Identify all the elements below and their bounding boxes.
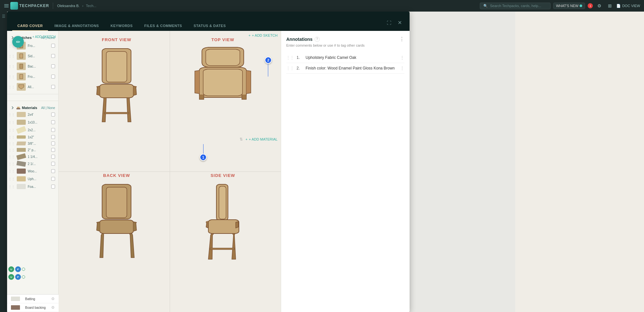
pin-number-1: 1 — [200, 154, 207, 161]
mat-checkbox-5[interactable] — [51, 148, 55, 152]
annotation-drag-handle-1[interactable]: ⋮⋮ — [286, 66, 294, 70]
sketch-checkbox-1[interactable] — [51, 54, 55, 58]
card-body: Sketches All | None ⋮⋮ Fro... ⋮⋮ Sid... — [7, 31, 410, 312]
materials-chevron-icon[interactable] — [10, 106, 15, 110]
mat-checkbox-3[interactable] — [51, 135, 55, 139]
mat-checkbox-7[interactable] — [51, 162, 55, 166]
search-bar[interactable]: 🔍 Search Techpacks, cards, help... — [480, 3, 551, 9]
sketch-checkbox-0[interactable] — [51, 44, 55, 48]
mat-checkbox-8[interactable] — [51, 169, 55, 173]
material-item-7[interactable]: ⋮⋮ 2 1/... — [7, 160, 58, 167]
top-view-cell: TOP VIEW — [171, 37, 274, 170]
annotation-drag-handle-0[interactable]: ⋮⋮ — [286, 55, 294, 60]
annotation-pin-1[interactable]: 1 — [200, 144, 207, 161]
sketch-item-4[interactable]: ⋮⋮ All... — [7, 82, 58, 92]
search-placeholder: Search Techpacks, cards, help... — [490, 4, 541, 8]
separator — [53, 3, 53, 9]
close-button[interactable]: ✕ — [395, 17, 404, 28]
sketch-checkbox-4[interactable] — [51, 85, 55, 89]
edit-fab-button[interactable]: ✏ — [12, 36, 24, 48]
material-item-4[interactable]: ⋮⋮ 3/8"... — [7, 140, 58, 147]
svg-rect-3 — [16, 108, 20, 109]
mat-checkbox-4[interactable] — [51, 142, 55, 145]
mat-label-3: 1x2" — [28, 135, 49, 139]
mat-thumb-10 — [17, 184, 26, 189]
annotation-item-menu-1[interactable]: ⋮ — [400, 66, 404, 71]
mat-thumb-2 — [16, 126, 26, 134]
annotation-info-icon[interactable]: ? — [315, 37, 320, 42]
table-row-0: Batting ⚙ — [7, 295, 59, 303]
back-view-chair — [88, 180, 146, 264]
annotation-item-menu-0[interactable]: ⋮ — [400, 55, 404, 60]
mat-label-2: 2x2... — [28, 128, 49, 132]
sidebar-nav-icon[interactable]: ☰ — [2, 14, 5, 19]
whats-new-button[interactable]: WHAT'S NEW — [553, 3, 585, 9]
breadcrumb[interactable]: Tech... — [86, 4, 96, 8]
front-view-label: FRONT VIEW — [102, 37, 131, 42]
panel-divider-2 — [7, 101, 58, 101]
sketch-checkbox-3[interactable] — [51, 75, 55, 78]
tab-status-dates-label: STATUS & DATES — [194, 24, 226, 28]
material-item-0[interactable]: ⋮⋮ 2x4' — [7, 111, 58, 118]
mat-checkbox-10[interactable] — [51, 185, 55, 188]
hamburger-icon[interactable] — [4, 3, 9, 8]
doc-view-button[interactable]: 📄 DOC VIEW — [616, 4, 640, 8]
side-view-chair — [191, 180, 255, 264]
sketch-item-2[interactable]: ⋮⋮ Bac... — [7, 61, 58, 71]
top-view-label: TOP VIEW — [211, 37, 234, 42]
sketches-panel: Sketches All | None ⋮⋮ Fro... ⋮⋮ Sid... — [7, 31, 59, 312]
material-item-6[interactable]: ⋮⋮ 1 1/4... — [7, 153, 58, 160]
add-sketch-button[interactable]: + ADD SKETCH — [32, 33, 56, 39]
tab-keywords[interactable]: KEYWORDS — [105, 21, 138, 31]
add-material-button[interactable]: + + ADD MATERIAL — [245, 137, 278, 141]
search-icon: 🔍 — [483, 4, 488, 8]
front-view-cell: FRONT VIEW — [65, 37, 168, 170]
material-item-8[interactable]: ⋮⋮ Woo... — [7, 167, 58, 175]
tab-image-annotations[interactable]: IMAGE & ANNOTATIONS — [49, 21, 104, 31]
tab-card-cover[interactable]: CARD COVER — [12, 21, 48, 31]
expand-button[interactable]: ⛶ — [384, 18, 394, 28]
mat-checkbox-6[interactable] — [51, 155, 55, 159]
user-name[interactable]: Oleksandra B. — [57, 4, 80, 8]
annotation-pin-2[interactable]: 2 — [265, 57, 272, 64]
material-item-5[interactable]: ⋮⋮ 2" p... — [7, 147, 58, 153]
mat-checkbox-9[interactable] — [51, 177, 55, 181]
mat-label-8: Woo... — [28, 170, 49, 173]
tab-files-comments[interactable]: FILES & COMMENTS — [139, 21, 187, 31]
materials-filter[interactable]: All | None — [41, 106, 55, 110]
mat-checkbox-1[interactable] — [51, 120, 55, 124]
sketch-label-4: All... — [28, 85, 49, 89]
user-dot-2 — [22, 275, 25, 279]
notification-badge[interactable]: 1 — [588, 3, 593, 8]
grid-icon[interactable]: ⊞ — [606, 3, 614, 9]
annotation-panel: Annotations ? ⋮ Enter comments below or … — [281, 31, 410, 312]
material-item-2[interactable]: ⋮⋮ 2x2... — [7, 126, 58, 134]
user-avatar-row-1: U P — [8, 274, 25, 280]
annotation-text-0[interactable]: Upholstery Fabric Camel Oak — [306, 55, 397, 60]
sketch-item-1[interactable]: ⋮⋮ Sid... — [7, 51, 58, 61]
sort-icon[interactable]: ⇅ — [240, 137, 243, 142]
settings-icon[interactable]: ⚙ — [595, 3, 603, 9]
grid-divider-vertical — [170, 31, 170, 312]
side-view-label: SIDE VIEW — [211, 173, 235, 178]
mat-checkbox-0[interactable] — [51, 113, 55, 116]
material-item-9[interactable]: ⋮⋮ Uph... — [7, 175, 58, 183]
topbar: TECHPACKER Oleksandra B. › Tech... 🔍 Sea… — [0, 0, 644, 12]
doc-view-label: DOC VIEW — [622, 4, 640, 8]
settings-board[interactable]: ⚙ — [51, 305, 55, 310]
drag-handle-icon-1: ⋮⋮ — [8, 54, 15, 58]
material-item-1[interactable]: ⋮⋮ 1x10... — [7, 118, 58, 126]
annotations-title: Annotations — [286, 37, 313, 42]
sketch-item-3[interactable]: ⋮⋮ Fro... — [7, 71, 58, 82]
material-item-3[interactable]: ⋮⋮ 1x2" — [7, 134, 58, 140]
annotation-text-1[interactable]: Finish color: Wood Enamel Paint Gloss Ko… — [306, 66, 397, 70]
add-sketch-top-button[interactable]: + + ADD SKETCH — [249, 33, 278, 37]
settings-batting[interactable]: ⚙ — [51, 297, 55, 301]
sketch-checkbox-2[interactable] — [51, 64, 55, 68]
mat-thumb-1 — [17, 120, 26, 125]
mat-thumb-3 — [17, 135, 26, 139]
mat-checkbox-2[interactable] — [51, 128, 55, 132]
tab-status-dates[interactable]: STATUS & DATES — [188, 21, 231, 31]
material-item-10[interactable]: ⋮⋮ Foa... — [7, 183, 58, 190]
annotation-menu-button[interactable]: ⋮ — [399, 36, 404, 42]
